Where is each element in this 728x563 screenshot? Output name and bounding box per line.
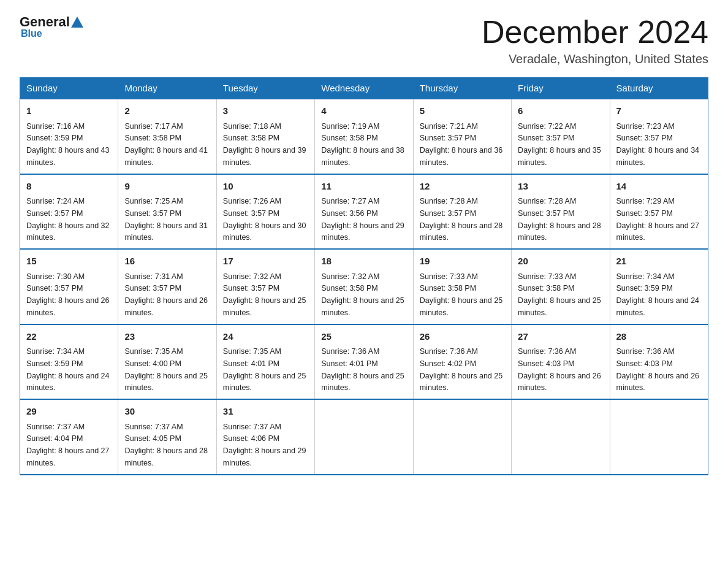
calendar-cell: 29 Sunrise: 7:37 AMSunset: 4:04 PMDaylig… [20, 399, 118, 475]
day-info: Sunrise: 7:34 AMSunset: 3:59 PMDaylight:… [616, 272, 700, 317]
calendar-cell: 21 Sunrise: 7:34 AMSunset: 3:59 PMDaylig… [610, 249, 708, 324]
day-number: 26 [420, 330, 505, 344]
day-info: Sunrise: 7:35 AMSunset: 4:01 PMDaylight:… [223, 347, 306, 392]
day-number: 25 [321, 330, 406, 344]
day-number: 13 [518, 180, 603, 194]
day-info: Sunrise: 7:19 AMSunset: 3:58 PMDaylight:… [321, 122, 404, 167]
day-number: 27 [518, 330, 603, 344]
day-number: 23 [124, 330, 210, 344]
calendar-cell: 17 Sunrise: 7:32 AMSunset: 3:57 PMDaylig… [216, 249, 314, 324]
day-info: Sunrise: 7:16 AMSunset: 3:59 PMDaylight:… [26, 122, 110, 167]
weekday-header-monday: Monday [118, 78, 216, 99]
weekday-header-tuesday: Tuesday [216, 78, 314, 99]
day-info: Sunrise: 7:32 AMSunset: 3:58 PMDaylight:… [321, 272, 404, 317]
calendar-week-row: 22 Sunrise: 7:34 AMSunset: 3:59 PMDaylig… [20, 324, 708, 400]
day-info: Sunrise: 7:36 AMSunset: 4:03 PMDaylight:… [616, 347, 700, 392]
day-number: 5 [420, 104, 505, 118]
calendar-cell: 14 Sunrise: 7:29 AMSunset: 3:57 PMDaylig… [610, 174, 708, 250]
calendar-week-row: 15 Sunrise: 7:30 AMSunset: 3:57 PMDaylig… [20, 249, 708, 324]
day-info: Sunrise: 7:28 AMSunset: 3:57 PMDaylight:… [420, 197, 503, 242]
calendar-cell: 31 Sunrise: 7:37 AMSunset: 4:06 PMDaylig… [216, 399, 314, 475]
day-info: Sunrise: 7:32 AMSunset: 3:57 PMDaylight:… [223, 272, 306, 317]
calendar-cell: 19 Sunrise: 7:33 AMSunset: 3:58 PMDaylig… [413, 249, 511, 324]
day-info: Sunrise: 7:37 AMSunset: 4:04 PMDaylight:… [26, 423, 110, 467]
day-number: 24 [223, 330, 308, 344]
day-info: Sunrise: 7:34 AMSunset: 3:59 PMDaylight:… [26, 347, 110, 392]
day-info: Sunrise: 7:37 AMSunset: 4:06 PMDaylight:… [223, 423, 306, 467]
calendar-cell: 13 Sunrise: 7:28 AMSunset: 3:57 PMDaylig… [512, 174, 610, 250]
day-info: Sunrise: 7:26 AMSunset: 3:57 PMDaylight:… [223, 197, 306, 242]
logo-area: General Blue [20, 15, 85, 39]
day-number: 12 [420, 180, 505, 194]
day-number: 3 [223, 104, 308, 118]
day-number: 18 [321, 255, 406, 269]
weekday-header-saturday: Saturday [610, 78, 708, 99]
calendar-cell [315, 399, 413, 475]
calendar-cell: 1 Sunrise: 7:16 AMSunset: 3:59 PMDayligh… [20, 99, 118, 174]
calendar-cell: 28 Sunrise: 7:36 AMSunset: 4:03 PMDaylig… [610, 324, 708, 400]
logo-general-text: General [20, 15, 70, 29]
calendar-cell: 6 Sunrise: 7:22 AMSunset: 3:57 PMDayligh… [512, 99, 610, 174]
day-info: Sunrise: 7:30 AMSunset: 3:57 PMDaylight:… [26, 272, 110, 317]
logo-triangle-icon [71, 17, 83, 28]
page-header: General Blue December 2024 Veradale, Was… [20, 15, 708, 66]
day-info: Sunrise: 7:29 AMSunset: 3:57 PMDaylight:… [616, 197, 700, 242]
day-info: Sunrise: 7:33 AMSunset: 3:58 PMDaylight:… [518, 272, 601, 317]
calendar-cell: 10 Sunrise: 7:26 AMSunset: 3:57 PMDaylig… [216, 174, 314, 250]
calendar-cell: 20 Sunrise: 7:33 AMSunset: 3:58 PMDaylig… [512, 249, 610, 324]
calendar-cell: 15 Sunrise: 7:30 AMSunset: 3:57 PMDaylig… [20, 249, 118, 324]
month-title: December 2024 [482, 15, 708, 50]
calendar-cell: 11 Sunrise: 7:27 AMSunset: 3:56 PMDaylig… [315, 174, 413, 250]
calendar-cell: 3 Sunrise: 7:18 AMSunset: 3:58 PMDayligh… [216, 99, 314, 174]
calendar-cell: 30 Sunrise: 7:37 AMSunset: 4:05 PMDaylig… [118, 399, 216, 475]
day-number: 15 [26, 255, 112, 269]
day-number: 11 [321, 180, 406, 194]
weekday-header-wednesday: Wednesday [315, 78, 413, 99]
logo: General [20, 15, 85, 29]
day-info: Sunrise: 7:37 AMSunset: 4:05 PMDaylight:… [124, 423, 208, 467]
calendar-cell: 5 Sunrise: 7:21 AMSunset: 3:57 PMDayligh… [413, 99, 511, 174]
day-number: 16 [124, 255, 210, 269]
day-number: 29 [26, 405, 112, 419]
calendar-cell: 12 Sunrise: 7:28 AMSunset: 3:57 PMDaylig… [413, 174, 511, 250]
day-info: Sunrise: 7:28 AMSunset: 3:57 PMDaylight:… [518, 197, 601, 242]
day-info: Sunrise: 7:36 AMSunset: 4:03 PMDaylight:… [518, 347, 601, 392]
day-number: 19 [420, 255, 505, 269]
calendar-cell [610, 399, 708, 475]
calendar-cell [512, 399, 610, 475]
location-title: Veradale, Washington, United States [482, 52, 708, 66]
day-info: Sunrise: 7:25 AMSunset: 3:57 PMDaylight:… [124, 197, 208, 242]
day-number: 1 [26, 104, 112, 118]
day-info: Sunrise: 7:31 AMSunset: 3:57 PMDaylight:… [124, 272, 208, 317]
calendar-table: SundayMondayTuesdayWednesdayThursdayFrid… [20, 77, 708, 475]
weekday-header-sunday: Sunday [20, 78, 118, 99]
calendar-cell: 7 Sunrise: 7:23 AMSunset: 3:57 PMDayligh… [610, 99, 708, 174]
day-number: 4 [321, 104, 406, 118]
calendar-cell: 22 Sunrise: 7:34 AMSunset: 3:59 PMDaylig… [20, 324, 118, 400]
calendar-cell: 23 Sunrise: 7:35 AMSunset: 4:00 PMDaylig… [118, 324, 216, 400]
day-number: 30 [124, 405, 210, 419]
calendar-cell: 18 Sunrise: 7:32 AMSunset: 3:58 PMDaylig… [315, 249, 413, 324]
day-info: Sunrise: 7:27 AMSunset: 3:56 PMDaylight:… [321, 197, 404, 242]
day-info: Sunrise: 7:36 AMSunset: 4:01 PMDaylight:… [321, 347, 404, 392]
calendar-cell: 16 Sunrise: 7:31 AMSunset: 3:57 PMDaylig… [118, 249, 216, 324]
day-number: 9 [124, 180, 210, 194]
day-number: 21 [616, 255, 702, 269]
calendar-cell: 26 Sunrise: 7:36 AMSunset: 4:02 PMDaylig… [413, 324, 511, 400]
day-info: Sunrise: 7:21 AMSunset: 3:57 PMDaylight:… [420, 122, 503, 167]
day-info: Sunrise: 7:23 AMSunset: 3:57 PMDaylight:… [616, 122, 700, 167]
day-info: Sunrise: 7:33 AMSunset: 3:58 PMDaylight:… [420, 272, 503, 317]
day-info: Sunrise: 7:35 AMSunset: 4:00 PMDaylight:… [124, 347, 208, 392]
day-number: 14 [616, 180, 702, 194]
day-info: Sunrise: 7:24 AMSunset: 3:57 PMDaylight:… [26, 197, 110, 242]
day-info: Sunrise: 7:36 AMSunset: 4:02 PMDaylight:… [420, 347, 503, 392]
weekday-header-thursday: Thursday [413, 78, 511, 99]
day-number: 22 [26, 330, 112, 344]
day-info: Sunrise: 7:18 AMSunset: 3:58 PMDaylight:… [223, 122, 306, 167]
weekday-header-friday: Friday [512, 78, 610, 99]
day-number: 8 [26, 180, 112, 194]
calendar-cell: 2 Sunrise: 7:17 AMSunset: 3:58 PMDayligh… [118, 99, 216, 174]
calendar-cell: 8 Sunrise: 7:24 AMSunset: 3:57 PMDayligh… [20, 174, 118, 250]
calendar-week-row: 8 Sunrise: 7:24 AMSunset: 3:57 PMDayligh… [20, 174, 708, 250]
day-number: 17 [223, 255, 308, 269]
